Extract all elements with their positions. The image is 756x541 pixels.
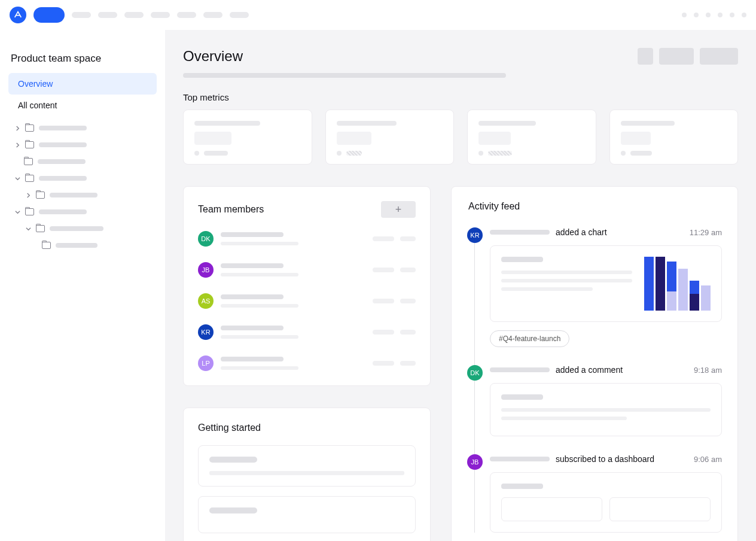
member-meta-placeholder — [373, 299, 416, 303]
space-title: Product team space — [11, 53, 157, 65]
topbar-nav-placeholder — [98, 12, 117, 18]
page-actions — [638, 48, 738, 65]
plus-icon: + — [395, 203, 402, 216]
activity-timestamp: 9:06 am — [694, 455, 722, 464]
activity-feed-card: Activity feed KR added a chart 11:29 am … — [451, 186, 738, 541]
top-metrics-row — [183, 110, 738, 165]
member-name-placeholder — [221, 232, 365, 245]
activity-tag[interactable]: #Q4-feature-launch — [490, 330, 569, 347]
topbar-nav-placeholder — [124, 12, 144, 18]
getting-started-title: Getting started — [198, 423, 416, 433]
member-meta-placeholder — [373, 268, 416, 272]
tree-item[interactable] — [8, 208, 157, 215]
tree-label-placeholder — [39, 142, 87, 147]
tree-label-placeholder — [56, 243, 97, 248]
top-nav-bar — [0, 0, 756, 30]
getting-started-item[interactable] — [198, 445, 416, 487]
activity-avatar: DK — [467, 365, 483, 381]
metric-card[interactable] — [183, 110, 312, 165]
top-metrics-label: Top metrics — [183, 92, 738, 102]
topbar-nav-placeholder — [151, 12, 170, 18]
metric-card[interactable] — [325, 110, 455, 165]
member-row[interactable]: DK — [198, 231, 416, 247]
app-logo-icon[interactable] — [10, 7, 26, 23]
activity-timestamp: 11:29 am — [690, 228, 722, 237]
topbar-primary-pill[interactable] — [33, 7, 65, 23]
chevron-down-icon — [14, 209, 20, 215]
activity-avatar: JB — [467, 454, 483, 470]
folder-icon — [42, 242, 51, 249]
topbar-nav-placeholder — [177, 12, 196, 18]
activity-avatar: KR — [467, 227, 483, 243]
activity-item: DK added a comment 9:18 am — [475, 365, 722, 436]
topbar-action-placeholder — [694, 13, 699, 17]
topbar-action-placeholder — [742, 13, 746, 17]
tree-item[interactable] — [8, 141, 157, 148]
getting-started-card: Getting started — [183, 408, 431, 541]
folder-icon — [24, 158, 33, 165]
member-avatar: DK — [198, 231, 214, 247]
header-action-placeholder[interactable] — [638, 48, 653, 65]
metric-card[interactable] — [609, 110, 739, 165]
folder-icon — [25, 208, 34, 215]
member-avatar: AS — [198, 293, 214, 309]
member-row[interactable]: JB — [198, 262, 416, 278]
activity-user-placeholder — [490, 367, 550, 372]
member-meta-placeholder — [373, 330, 416, 335]
tree-item[interactable] — [8, 225, 157, 232]
folder-icon — [36, 225, 45, 232]
sidebar-nav-overview[interactable]: Overview — [8, 73, 157, 95]
member-avatar: LP — [198, 355, 214, 371]
activity-feed-title: Activity feed — [467, 201, 722, 212]
activity-card[interactable] — [490, 472, 722, 533]
activity-action-text: subscribed to a dashboard — [556, 454, 654, 464]
tree-item[interactable] — [8, 242, 157, 249]
tree-item[interactable] — [8, 175, 157, 182]
tree-item[interactable] — [8, 124, 157, 132]
folder-icon — [36, 192, 45, 199]
topbar-action-placeholder — [730, 13, 734, 17]
folder-icon — [25, 141, 34, 148]
chevron-right-icon — [14, 125, 20, 131]
team-members-card: Team members + DK JB AS KR LP — [183, 186, 431, 386]
activity-user-placeholder — [490, 230, 550, 235]
folder-icon — [25, 124, 34, 132]
member-row[interactable]: LP — [198, 355, 416, 371]
main-content: Overview Top metrics — [165, 30, 756, 541]
activity-mini-chart — [644, 257, 711, 311]
activity-card[interactable] — [490, 383, 722, 436]
getting-started-item[interactable] — [198, 496, 416, 533]
member-meta-placeholder — [373, 236, 416, 241]
team-members-title: Team members — [198, 204, 264, 215]
header-action-placeholder[interactable] — [659, 48, 694, 65]
header-action-placeholder[interactable] — [700, 48, 738, 65]
activity-user-placeholder — [490, 457, 550, 461]
tree-label-placeholder — [39, 209, 87, 214]
member-avatar: JB — [198, 262, 214, 278]
tree-item[interactable] — [8, 192, 157, 199]
tree-item[interactable] — [8, 158, 157, 165]
tree-label-placeholder — [50, 193, 97, 197]
chevron-right-icon — [25, 192, 31, 198]
member-name-placeholder — [221, 357, 365, 370]
activity-action-text: added a chart — [556, 227, 607, 237]
activity-item: KR added a chart 11:29 am #Q4-feature-la… — [475, 227, 722, 347]
member-meta-placeholder — [373, 361, 416, 366]
member-name-placeholder — [221, 326, 365, 339]
folder-icon — [25, 175, 34, 182]
topbar-nav-placeholder — [230, 12, 249, 18]
member-avatar: KR — [198, 324, 214, 340]
add-member-button[interactable]: + — [381, 201, 416, 218]
chevron-down-icon — [14, 175, 20, 181]
tree-label-placeholder — [39, 176, 87, 181]
member-row[interactable]: AS — [198, 293, 416, 309]
chevron-right-icon — [14, 142, 20, 148]
metric-card[interactable] — [467, 110, 596, 165]
member-row[interactable]: KR — [198, 324, 416, 340]
member-name-placeholder — [221, 263, 365, 276]
sidebar-nav-all-content[interactable]: All content — [8, 95, 157, 116]
activity-timestamp: 9:18 am — [694, 366, 722, 375]
tree-label-placeholder — [38, 159, 86, 164]
tree-label-placeholder — [39, 126, 87, 130]
activity-card[interactable] — [490, 245, 722, 322]
